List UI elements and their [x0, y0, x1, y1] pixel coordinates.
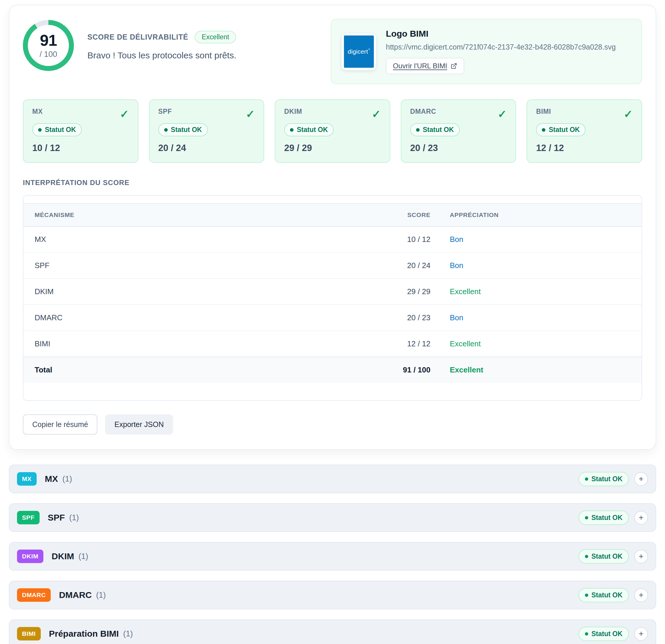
- table-row: BIMI 12 / 12 Excellent: [23, 331, 642, 357]
- interpretation-heading: INTERPRÉTATION DU SCORE: [23, 178, 642, 187]
- appreciation-cell: Excellent: [431, 331, 642, 357]
- score-rating-badge: Excellent: [195, 31, 236, 43]
- status-badge: Statut OK: [578, 588, 629, 602]
- section-title: DMARC: [59, 590, 92, 600]
- mechanism-cell: BIMI: [23, 331, 386, 357]
- dmarc-protocol-badge: DMARC: [17, 588, 51, 602]
- score-block: 91 / 100 SCORE DE DÉLIVRABILITÉ Excellen…: [23, 19, 236, 71]
- score-message: Bravo ! Tous les protocoles sont prêts.: [88, 51, 236, 60]
- status-dot-icon: [585, 593, 588, 597]
- status-label: Statut OK: [549, 126, 580, 134]
- appreciation-cell: Bon: [431, 226, 642, 252]
- score-cell: 12 / 12: [386, 331, 431, 357]
- status-label: Statut OK: [591, 591, 623, 599]
- appreciation-cell: Excellent: [431, 279, 642, 305]
- bimi-logo-frame: digicert: [341, 33, 377, 70]
- expand-button[interactable]: +: [634, 511, 648, 525]
- status-dot-icon: [542, 128, 545, 132]
- section-count: (1): [123, 629, 133, 639]
- section-title: Préparation BIMI: [49, 629, 119, 639]
- table-row: DKIM 29 / 29 Excellent: [23, 279, 642, 305]
- bimi-logo-card: digicert Logo BIMI https://vmc.digicert.…: [331, 19, 642, 84]
- status-dot-icon: [38, 128, 42, 132]
- check-icon: ✓: [120, 109, 129, 120]
- open-bimi-url-button[interactable]: Ouvrir l'URL BIMI: [386, 58, 464, 74]
- table-header-row: MÉCANISME SCORE APPRÉCIATION: [23, 204, 642, 226]
- check-icon: ✓: [372, 109, 381, 120]
- score-cell: 20 / 23: [386, 305, 431, 331]
- status-badge: Statut OK: [578, 627, 629, 641]
- status-card-spf: SPF✓ Statut OK 20 / 24: [149, 99, 265, 163]
- expand-button[interactable]: +: [634, 550, 648, 563]
- interpretation-table-card: MÉCANISME SCORE APPRÉCIATION MX 10 / 12 …: [23, 195, 642, 401]
- export-json-button[interactable]: Exporter JSON: [105, 414, 173, 435]
- mechanism-cell: SPF: [23, 252, 386, 279]
- actions-row: Copier le résumé Exporter JSON: [23, 414, 642, 435]
- total-score-cell: 91 / 100: [386, 357, 431, 383]
- score-value: 91: [40, 32, 57, 48]
- status-label: Statut OK: [423, 126, 454, 134]
- protocol-label: SPF: [158, 108, 172, 116]
- summary-header: 91 / 100 SCORE DE DÉLIVRABILITÉ Excellen…: [23, 19, 642, 84]
- protocol-status-row: MX✓ Statut OK 10 / 12 SPF✓ Statut OK 20 …: [23, 99, 642, 163]
- bimi-info: Logo BIMI https://vmc.digicert.com/721f0…: [386, 29, 616, 74]
- status-label: Statut OK: [297, 126, 328, 134]
- status-dot-icon: [416, 128, 420, 132]
- status-label: Statut OK: [45, 126, 76, 134]
- status-dot-icon: [585, 632, 588, 636]
- status-badge: Statut OK: [410, 123, 460, 136]
- status-badge: Statut OK: [578, 549, 629, 564]
- table-total-row: Total 91 / 100 Excellent: [23, 357, 642, 383]
- score-cell: 10 / 12: [386, 226, 431, 252]
- deliverability-report: 91 / 100 SCORE DE DÉLIVRABILITÉ Excellen…: [0, 5, 665, 644]
- score-summary-card: 91 / 100 SCORE DE DÉLIVRABILITÉ Excellen…: [9, 5, 656, 450]
- check-icon: ✓: [498, 109, 507, 120]
- check-icon: ✓: [624, 109, 633, 120]
- status-dot-icon: [290, 128, 293, 132]
- status-badge: Statut OK: [158, 123, 208, 136]
- status-badge: Statut OK: [284, 123, 334, 136]
- section-dmarc[interactable]: DMARC DMARC (1) Statut OK +: [9, 581, 656, 609]
- section-dkim[interactable]: DKIM DKIM (1) Statut OK +: [9, 542, 656, 571]
- section-spf[interactable]: SPF SPF (1) Statut OK +: [9, 503, 656, 532]
- digicert-logo: digicert: [344, 36, 374, 68]
- table-row: DMARC 20 / 23 Bon: [23, 305, 642, 331]
- status-card-dmarc: DMARC✓ Statut OK 20 / 23: [401, 99, 516, 163]
- status-badge: Statut OK: [536, 123, 586, 136]
- expand-button[interactable]: +: [634, 627, 648, 641]
- mx-protocol-badge: MX: [17, 472, 37, 486]
- status-label: Statut OK: [591, 514, 623, 522]
- section-count: (1): [79, 552, 88, 561]
- protocol-score: 12 / 12: [536, 143, 633, 153]
- check-icon: ✓: [246, 109, 255, 120]
- column-header-mechanism: MÉCANISME: [23, 204, 386, 226]
- score-text-block: SCORE DE DÉLIVRABILITÉ Excellent Bravo !…: [88, 31, 236, 60]
- mechanism-cell: DMARC: [23, 305, 386, 331]
- dkim-protocol-badge: DKIM: [17, 550, 43, 563]
- status-label: Statut OK: [591, 630, 623, 638]
- section-title: SPF: [48, 513, 65, 523]
- expand-button[interactable]: +: [634, 472, 648, 486]
- status-dot-icon: [585, 555, 588, 558]
- bimi-protocol-badge: BIMI: [17, 627, 41, 641]
- status-card-dkim: DKIM✓ Statut OK 29 / 29: [275, 99, 390, 163]
- expand-button[interactable]: +: [634, 588, 648, 602]
- section-title: MX: [45, 474, 58, 484]
- status-badge: Statut OK: [32, 123, 82, 136]
- status-dot-icon: [585, 516, 588, 519]
- appreciation-cell: Bon: [431, 305, 642, 331]
- section-mx[interactable]: MX MX (1) Statut OK +: [9, 465, 656, 493]
- total-label-cell: Total: [23, 357, 386, 383]
- copy-summary-button[interactable]: Copier le résumé: [23, 414, 97, 435]
- status-dot-icon: [164, 128, 168, 132]
- column-header-appreciation: APPRÉCIATION: [431, 204, 642, 226]
- status-badge: Statut OK: [578, 511, 629, 525]
- table-row: SPF 20 / 24 Bon: [23, 252, 642, 279]
- protocol-score: 20 / 23: [410, 143, 507, 153]
- section-bimi[interactable]: BIMI Préparation BIMI (1) Statut OK +: [9, 619, 656, 644]
- section-count: (1): [69, 513, 79, 522]
- total-appreciation-cell: Excellent: [431, 357, 642, 383]
- protocol-label: DMARC: [410, 108, 436, 116]
- status-card-mx: MX✓ Statut OK 10 / 12: [23, 99, 138, 163]
- score-title: SCORE DE DÉLIVRABILITÉ: [88, 33, 188, 41]
